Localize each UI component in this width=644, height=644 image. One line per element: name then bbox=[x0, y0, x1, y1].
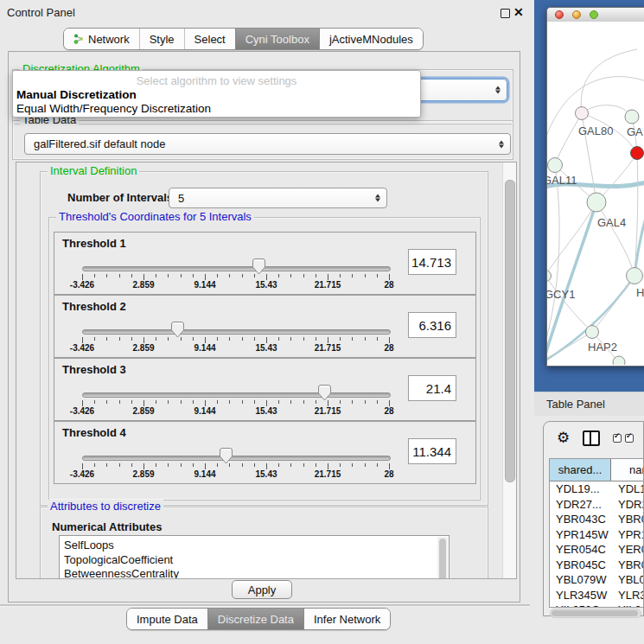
slider-track[interactable] bbox=[82, 456, 391, 461]
name-cell[interactable]: YBR0 bbox=[611, 513, 643, 526]
slider-thumb[interactable] bbox=[252, 258, 265, 278]
tab-jactivemnodules[interactable]: jActiveMNodules bbox=[319, 29, 423, 49]
network-edge[interactable] bbox=[547, 202, 596, 276]
popup-item-equal-width-frequency[interactable]: Equal Width/Frequency Discretization bbox=[16, 102, 211, 115]
zoom-traffic-light-icon[interactable] bbox=[590, 10, 598, 19]
split-view-icon[interactable] bbox=[583, 430, 600, 446]
table-row[interactable]: YLR345WYLR3 bbox=[550, 588, 643, 603]
table-row[interactable]: YIL052CYIL0 bbox=[550, 603, 643, 608]
list-scrollbar[interactable] bbox=[437, 537, 448, 579]
table-row[interactable]: YBR043CYBR0 bbox=[550, 512, 643, 527]
checkbox-icon[interactable]: ✓ bbox=[625, 434, 634, 443]
slider-tick bbox=[131, 400, 132, 404]
table-row[interactable]: YBR045CYBR0 bbox=[550, 558, 643, 573]
tab-discretize-data[interactable]: Discretize Data bbox=[207, 609, 303, 629]
network-window-titlebar[interactable] bbox=[547, 8, 644, 22]
network-node-gcy1[interactable] bbox=[547, 271, 552, 282]
network-node[interactable] bbox=[631, 147, 644, 160]
tab-impute-data[interactable]: Impute Data bbox=[127, 609, 207, 629]
settings-scrollbar[interactable] bbox=[502, 163, 516, 578]
tab-cyni-toolbox[interactable]: Cyni Toolbox bbox=[235, 29, 319, 49]
tab-style[interactable]: Style bbox=[139, 29, 184, 49]
slider-track[interactable] bbox=[82, 392, 391, 398]
network-edge[interactable] bbox=[582, 105, 632, 117]
threshold-value-field[interactable] bbox=[408, 249, 456, 275]
column-header-name[interactable]: name bbox=[611, 459, 643, 481]
name-cell[interactable]: YIL0 bbox=[611, 603, 643, 608]
minimize-traffic-light-icon[interactable] bbox=[572, 10, 581, 19]
shared-name-cell[interactable]: YPR145W bbox=[550, 528, 611, 541]
network-node-gal11[interactable] bbox=[548, 158, 563, 173]
network-node-h[interactable] bbox=[627, 268, 643, 284]
shared-name-cell[interactable]: YLR345W bbox=[550, 589, 611, 602]
network-view-canvas[interactable]: GAL80GAGAL11GAL4GCY1HHAP2 bbox=[547, 22, 644, 365]
threshold-label: Threshold 2 bbox=[62, 300, 126, 313]
table-row[interactable]: YER054CYER0 bbox=[550, 542, 643, 558]
network-edge[interactable] bbox=[581, 49, 637, 113]
tab-infer-network[interactable]: Infer Network bbox=[303, 609, 390, 629]
slider-thumb[interactable] bbox=[318, 385, 331, 405]
network-edge[interactable] bbox=[634, 200, 644, 276]
popup-item-manual-discretization[interactable]: Manual Discretization bbox=[16, 88, 137, 101]
slider-track[interactable] bbox=[82, 266, 391, 271]
table-row[interactable]: YPR145WYPR1 bbox=[550, 527, 643, 543]
attribute-list-item[interactable]: TopologicalCoefficient bbox=[60, 553, 449, 568]
gear-icon[interactable]: ⚙ bbox=[557, 429, 570, 446]
shared-name-cell[interactable]: YBR045C bbox=[550, 558, 611, 571]
network-edge[interactable] bbox=[547, 332, 592, 359]
name-cell[interactable]: YDL1 bbox=[611, 482, 643, 495]
checkbox-icon[interactable]: ✓ bbox=[613, 434, 622, 443]
slider-thumb[interactable] bbox=[171, 322, 184, 341]
shared-name-cell[interactable]: YBL079W bbox=[550, 573, 611, 586]
slider-tick bbox=[106, 400, 107, 404]
shared-name-cell[interactable]: YIL052C bbox=[550, 603, 611, 608]
settings-scrollpane: Interval Definition Number of Intervals … bbox=[16, 162, 517, 579]
shared-name-cell[interactable]: YBR043C bbox=[550, 513, 611, 526]
threshold-value-field[interactable] bbox=[408, 312, 456, 338]
attribute-list-item[interactable]: BetweennessCentrality bbox=[60, 567, 449, 579]
slider-tick bbox=[181, 274, 182, 277]
column-header-shared-name[interactable]: shared... bbox=[550, 459, 611, 481]
network-node-gal80[interactable] bbox=[576, 107, 589, 120]
close-traffic-light-icon[interactable] bbox=[555, 10, 564, 19]
scrollbar-thumb[interactable] bbox=[505, 180, 515, 482]
tab-network[interactable]: Network bbox=[64, 29, 139, 49]
tab-select[interactable]: Select bbox=[184, 29, 235, 49]
combo-stepper-icon bbox=[499, 140, 504, 148]
shared-name-cell[interactable]: YER054C bbox=[550, 543, 611, 556]
table-row[interactable]: YDR27...YDR2 bbox=[550, 497, 643, 513]
slider-tick bbox=[217, 337, 218, 341]
threshold-value-field[interactable] bbox=[408, 375, 456, 401]
name-cell[interactable]: YDR2 bbox=[611, 498, 643, 511]
shared-name-cell[interactable]: YDL19... bbox=[550, 482, 611, 495]
table-data-combobox[interactable]: galFiltered.sif default node bbox=[24, 133, 511, 155]
float-icon[interactable] bbox=[501, 9, 510, 18]
network-node-hap2[interactable] bbox=[586, 326, 599, 339]
scrollbar-thumb[interactable] bbox=[552, 610, 638, 616]
slider-tick-label: 21.715 bbox=[309, 343, 347, 353]
table-row[interactable]: YDL19...YDL1 bbox=[550, 481, 643, 497]
attribute-list-item[interactable]: SelfLoops bbox=[60, 539, 449, 553]
network-window[interactable]: GAL80GAGAL11GAL4GCY1HHAP2 bbox=[546, 7, 644, 367]
name-cell[interactable]: YER0 bbox=[611, 543, 643, 556]
table-horizontal-scrollbar[interactable] bbox=[550, 609, 641, 618]
threshold-value-field[interactable] bbox=[408, 438, 456, 464]
network-edge[interactable] bbox=[596, 202, 634, 276]
number-of-intervals-combobox[interactable]: 5 bbox=[169, 188, 387, 208]
shared-name-cell[interactable]: YDR27... bbox=[550, 498, 611, 511]
network-edge[interactable] bbox=[555, 113, 582, 165]
threshold-3-panel: Threshold 3-3.4262.8599.14415.4321.71528 bbox=[54, 358, 476, 421]
table-row[interactable]: YBL079WYBL0 bbox=[550, 572, 643, 588]
network-node-ga[interactable] bbox=[625, 110, 639, 124]
slider-thumb[interactable] bbox=[220, 448, 233, 468]
name-cell[interactable]: YPR1 bbox=[611, 528, 643, 541]
slider-track[interactable] bbox=[82, 329, 391, 335]
name-cell[interactable]: YLR3 bbox=[611, 589, 643, 602]
name-cell[interactable]: YBL0 bbox=[611, 573, 643, 586]
name-cell[interactable]: YBR0 bbox=[611, 558, 643, 571]
numerical-attributes-list[interactable]: SelfLoopsTopologicalCoefficientBetweenne… bbox=[59, 535, 450, 579]
close-icon[interactable]: ✕ bbox=[513, 5, 524, 19]
network-node[interactable] bbox=[613, 356, 625, 365]
apply-button[interactable]: Apply bbox=[232, 580, 292, 599]
network-node-gal4[interactable] bbox=[587, 193, 606, 212]
